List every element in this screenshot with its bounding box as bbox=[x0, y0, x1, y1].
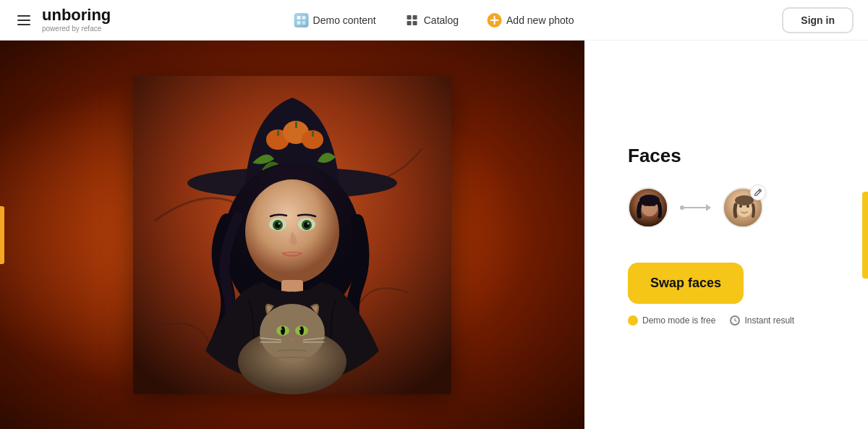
face-to-wrapper bbox=[723, 187, 763, 228]
main-content: Faces bbox=[0, 41, 868, 429]
svg-rect-0 bbox=[297, 16, 301, 20]
nav-add-photo[interactable]: Add new photo bbox=[476, 7, 585, 33]
svg-point-34 bbox=[299, 326, 304, 335]
svg-point-27 bbox=[307, 222, 310, 224]
face-from-avatar bbox=[628, 187, 668, 228]
sign-in-button[interactable]: Sign in bbox=[782, 7, 854, 33]
svg-rect-6 bbox=[407, 21, 412, 25]
header-left: unboring powered by reface bbox=[14, 7, 111, 33]
right-accent-bar bbox=[862, 192, 868, 279]
svg-rect-5 bbox=[413, 15, 417, 20]
svg-rect-17 bbox=[312, 131, 314, 137]
svg-rect-7 bbox=[413, 21, 417, 25]
right-panel: Faces bbox=[584, 41, 868, 429]
faces-title: Faces bbox=[628, 145, 825, 167]
side-accent-bar bbox=[0, 206, 4, 264]
svg-point-30 bbox=[260, 304, 325, 362]
add-photo-label: Add new photo bbox=[506, 14, 574, 26]
catalog-icon bbox=[405, 13, 420, 27]
svg-point-33 bbox=[281, 326, 285, 335]
swap-faces-button[interactable]: Swap faces bbox=[628, 263, 744, 304]
demo-icon bbox=[294, 13, 309, 27]
nav-catalog[interactable]: Catalog bbox=[393, 7, 470, 33]
svg-point-36 bbox=[299, 328, 301, 330]
main-illustration bbox=[133, 76, 451, 394]
instant-result-label: Instant result bbox=[744, 315, 794, 326]
svg-point-45 bbox=[639, 195, 660, 206]
svg-line-53 bbox=[735, 320, 736, 321]
svg-rect-4 bbox=[407, 15, 412, 20]
demo-content-label: Demo content bbox=[313, 14, 376, 26]
add-icon bbox=[488, 13, 502, 27]
svg-line-51 bbox=[759, 190, 760, 192]
faces-row bbox=[628, 187, 825, 228]
pencil-icon bbox=[754, 188, 762, 197]
edit-face-button[interactable] bbox=[750, 184, 766, 200]
main-nav: Demo content Catalog Add new photo bbox=[283, 7, 586, 33]
logo: unboring powered by reface bbox=[42, 7, 111, 33]
clock-icon bbox=[730, 315, 740, 326]
logo-subtitle: powered by reface bbox=[42, 25, 111, 33]
faces-section: Faces bbox=[628, 145, 825, 326]
logo-text: unboring bbox=[42, 7, 111, 23]
hamburger-menu-button[interactable] bbox=[14, 12, 33, 28]
svg-rect-16 bbox=[295, 122, 297, 128]
header-right: Sign in bbox=[782, 7, 854, 33]
header: unboring powered by reface Demo content bbox=[0, 0, 868, 41]
clock-svg bbox=[731, 317, 739, 324]
svg-rect-2 bbox=[297, 21, 301, 25]
svg-point-35 bbox=[281, 328, 282, 330]
nav-demo-content[interactable]: Demo content bbox=[283, 7, 388, 33]
svg-rect-1 bbox=[302, 16, 306, 20]
demo-mode-label: Demo mode is free bbox=[642, 315, 715, 326]
info-row: Demo mode is free Instant result bbox=[628, 315, 825, 326]
arrow-head bbox=[706, 204, 711, 211]
catalog-label: Catalog bbox=[424, 14, 459, 26]
demo-dot-icon bbox=[628, 315, 638, 326]
svg-rect-15 bbox=[277, 130, 279, 136]
instant-result-badge: Instant result bbox=[730, 315, 794, 326]
demo-mode-badge: Demo mode is free bbox=[628, 315, 715, 326]
face-swap-arrow bbox=[680, 204, 711, 211]
arrow-body bbox=[684, 207, 706, 208]
left-panel bbox=[0, 41, 584, 429]
svg-rect-3 bbox=[302, 21, 306, 25]
svg-point-26 bbox=[278, 222, 281, 224]
